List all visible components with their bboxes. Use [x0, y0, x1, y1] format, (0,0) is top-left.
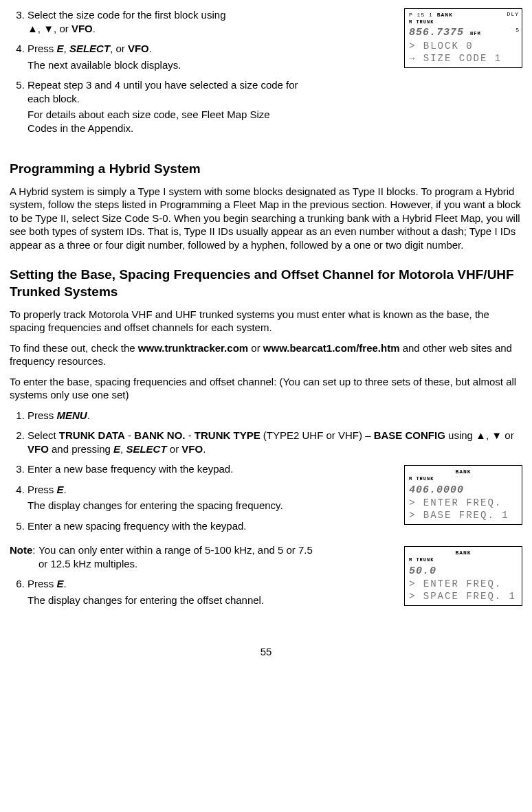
- vfo-key: VFO: [71, 23, 93, 34]
- bstep-2: Select TRUNK DATA - BANK NO. - TRUNK TYP…: [27, 429, 522, 455]
- e-key: E: [57, 43, 64, 54]
- lcd2-line2: > BASE FREQ. 1: [409, 509, 518, 521]
- lcd1-nfm: NFM: [470, 31, 481, 36]
- lcd3-mode: M TRUNK: [409, 557, 518, 563]
- down-arrow-icon: ▼: [491, 429, 502, 441]
- vfo-key: VFO: [128, 43, 149, 54]
- page-content: P 15 1 BANK DLY M TRUNK 856.7375 NFM S >…: [10, 8, 522, 659]
- lcd1-frequency: 856.7375: [409, 27, 464, 38]
- vfo-key: VFO: [181, 443, 203, 455]
- lcd2-mode: M TRUNK: [409, 476, 518, 482]
- lcd3-bank-label: BANK: [455, 550, 471, 556]
- lcd3-frequency: 50.0: [409, 565, 436, 577]
- link-bearcat: www.bearcat1.com/free.htm: [263, 342, 400, 354]
- lcd2-line1: > ENTER FREQ.: [409, 497, 518, 509]
- page-number: 55: [10, 645, 522, 659]
- lcd1-line2: → SIZE CODE 1: [409, 52, 518, 65]
- lcd2-bank-label: BANK: [455, 469, 471, 475]
- bstep-6-sub: The display changes for entering the off…: [27, 594, 302, 607]
- note-label: Note: [10, 544, 32, 556]
- lcd1-mode: M TRUNK: [409, 19, 518, 25]
- note-text: You can only enter within a range of 5-1…: [38, 543, 313, 570]
- e-key: E: [113, 443, 120, 455]
- lcd1-dly: DLY: [507, 11, 519, 18]
- e-key: E: [57, 578, 64, 589]
- step-4-sub: The next available block displays.: [27, 58, 396, 72]
- select-key: SELECT: [69, 43, 110, 54]
- note-block: Note: You can only enter within a range …: [10, 543, 396, 570]
- lcd3-line1: > ENTER FREQ.: [409, 578, 518, 590]
- heading-hybrid: Programming a Hybrid System: [10, 161, 522, 178]
- paragraph-base-2: To find these out, check the www.trunktr…: [10, 341, 522, 368]
- up-arrow-icon: ▲: [476, 429, 486, 441]
- down-arrow-icon: ▼: [43, 23, 54, 34]
- lcd1-line1: > BLOCK 0: [409, 40, 518, 52]
- bstep-4-sub: The display changes for entering the spa…: [27, 499, 302, 512]
- steps-list-b: Press MENU. Select TRUNK DATA - BANK NO.…: [10, 409, 522, 533]
- bstep-1: Press MENU.: [27, 409, 522, 422]
- vfo-key: VFO: [27, 443, 49, 455]
- step-5: Repeat step 3 and 4 until you have selec…: [27, 78, 522, 135]
- lcd-screenshot-3: BANK M TRUNK 50.0 > ENTER FREQ. > SPACE …: [404, 546, 522, 606]
- paragraph-base-3: To enter the base, spacing frequencies a…: [10, 375, 522, 402]
- link-trunktracker: www.trunktracker.com: [138, 342, 248, 354]
- up-arrow-icon: ▲: [27, 23, 38, 34]
- select-key: SELECT: [126, 443, 166, 455]
- e-key: E: [57, 484, 64, 495]
- lcd-screenshot-1: P 15 1 BANK DLY M TRUNK 856.7375 NFM S >…: [404, 8, 522, 68]
- lcd1-s-label: S: [516, 27, 519, 34]
- lcd1-bank-label: BANK: [437, 12, 453, 18]
- menu-key: MENU: [57, 409, 87, 421]
- heading-base: Setting the Base, Spacing Frequencies an…: [10, 267, 522, 300]
- step-5-sub: For details about each size code, see Fl…: [27, 108, 302, 135]
- paragraph-base-1: To properly track Motorola VHF and UHF t…: [10, 308, 522, 335]
- lcd2-frequency: 406.0000: [409, 484, 464, 496]
- lcd3-line2: > SPACE FREQ. 1: [409, 590, 518, 602]
- paragraph-hybrid: A Hybrid system is simply a Type I syste…: [10, 185, 522, 252]
- lcd-screenshot-2: BANK M TRUNK 406.0000 > ENTER FREQ. > BA…: [404, 465, 522, 525]
- lcd1-topleft: P 15 1: [409, 12, 433, 18]
